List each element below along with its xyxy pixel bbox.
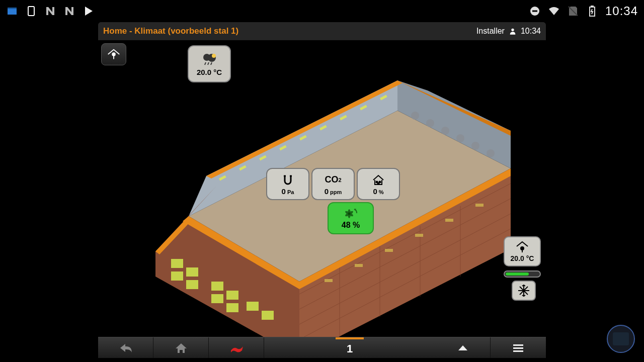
svg-line-14 <box>211 62 212 65</box>
svg-rect-2 <box>532 11 537 12</box>
svg-rect-49 <box>211 282 223 291</box>
fan-icon <box>343 207 358 221</box>
svg-point-75 <box>348 213 351 215</box>
rain-cloud-icon <box>201 52 218 66</box>
status-right: 10:34 <box>529 4 638 18</box>
svg-point-77 <box>521 247 524 250</box>
page-title: Home - Klimaat (voorbeeld stal 1) <box>103 26 238 36</box>
co2-tile[interactable]: CO2 0ppm <box>311 168 355 200</box>
svg-rect-61 <box>325 279 333 282</box>
file-manager-icon <box>6 5 18 17</box>
svg-line-12 <box>205 62 206 65</box>
svg-point-6 <box>511 28 514 31</box>
fan-value: 48 % <box>342 221 360 230</box>
pressure-value: 0Pa <box>282 187 294 196</box>
svg-rect-55 <box>211 294 223 303</box>
battery-charging-icon <box>586 5 598 17</box>
app-window: Home - Klimaat (voorbeeld stal 1) Instal… <box>98 22 546 358</box>
nav-spacer-right <box>364 337 435 358</box>
pressure-tile[interactable]: 0Pa <box>266 168 309 200</box>
header-time: 10:34 <box>521 27 541 36</box>
cooling-tile[interactable] <box>512 281 536 301</box>
svg-point-21 <box>426 119 434 127</box>
user-role-label: Installer <box>476 27 505 36</box>
temp-progress-fill <box>506 273 529 276</box>
header-user[interactable]: Installer 10:34 <box>476 27 541 36</box>
floating-assist-button[interactable] <box>607 325 635 353</box>
person-icon <box>509 27 517 35</box>
svg-point-24 <box>471 142 479 150</box>
magnet-icon <box>282 173 294 187</box>
sensor-row: 0Pa CO2 0ppm 0% <box>266 168 400 200</box>
svg-rect-48 <box>186 267 198 277</box>
bottom-nav: 1 <box>98 337 546 358</box>
android-status-bar: 10:34 <box>0 0 644 22</box>
n-icon-1 <box>44 5 56 17</box>
svg-point-25 <box>487 149 495 157</box>
svg-rect-54 <box>186 280 198 289</box>
back-button[interactable] <box>98 337 153 358</box>
svg-rect-85 <box>513 350 523 352</box>
svg-point-22 <box>441 127 449 135</box>
svg-rect-50 <box>226 291 238 300</box>
house-thermometer-icon <box>515 240 529 253</box>
svg-point-11 <box>212 54 216 58</box>
humidity-tile[interactable]: 0% <box>357 168 400 200</box>
menu-button[interactable] <box>491 337 546 358</box>
svg-rect-5 <box>591 6 593 7</box>
co2-label-icon: CO2 <box>325 173 341 187</box>
svg-rect-56 <box>226 303 238 312</box>
humidity-value: 0% <box>373 187 383 196</box>
svg-point-71 <box>378 183 379 184</box>
svg-rect-47 <box>171 259 183 268</box>
svg-rect-53 <box>171 272 183 281</box>
screen-rotate-icon <box>25 5 37 17</box>
svg-rect-65 <box>445 219 453 222</box>
svg-line-13 <box>208 62 209 65</box>
barn-3d-building <box>123 70 521 352</box>
no-sim-icon <box>567 5 579 17</box>
svg-point-69 <box>376 181 378 183</box>
svg-point-7 <box>112 53 115 56</box>
svg-rect-63 <box>385 249 393 252</box>
svg-rect-62 <box>355 264 363 267</box>
svg-rect-83 <box>513 344 523 346</box>
co2-value: 0ppm <box>325 187 342 196</box>
flag-button[interactable] <box>209 337 264 358</box>
n-icon-2 <box>63 5 75 17</box>
main-view: 20.0 °C <box>98 40 546 337</box>
svg-rect-84 <box>513 347 523 349</box>
app-header: Home - Klimaat (voorbeeld stal 1) Instal… <box>98 22 546 40</box>
home-button[interactable] <box>153 337 209 358</box>
snowflake-icon <box>517 284 530 297</box>
indoor-temp-tile[interactable]: 20.0 °C <box>504 236 541 266</box>
svg-point-20 <box>411 112 419 120</box>
nav-spacer-left <box>264 337 336 358</box>
page-indicator[interactable]: 1 <box>336 337 364 358</box>
assist-inner-icon <box>613 332 629 345</box>
status-time: 10:34 <box>605 4 638 18</box>
svg-rect-52 <box>262 311 274 320</box>
svg-point-23 <box>456 134 464 142</box>
svg-point-70 <box>379 181 381 183</box>
svg-rect-64 <box>415 234 423 237</box>
svg-rect-0 <box>28 7 34 16</box>
play-store-icon <box>83 5 95 17</box>
svg-rect-66 <box>475 204 484 207</box>
indoor-temp-value: 20.0 °C <box>511 254 534 262</box>
up-button[interactable] <box>435 337 491 358</box>
ventilation-tile[interactable]: 48 % <box>328 202 374 234</box>
house-humidity-icon <box>372 173 385 187</box>
svg-rect-51 <box>247 302 259 311</box>
wifi-icon <box>548 5 560 17</box>
temp-progress-bar <box>504 270 541 278</box>
dnd-icon <box>529 5 541 17</box>
status-left <box>6 5 95 17</box>
house-temp-button[interactable] <box>101 43 126 65</box>
